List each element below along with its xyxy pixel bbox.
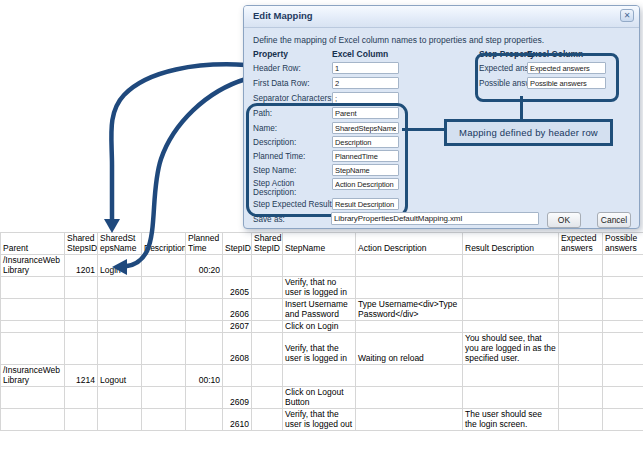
table-cell[interactable] <box>559 277 603 299</box>
table-cell[interactable] <box>186 299 223 321</box>
table-cell[interactable] <box>463 365 559 387</box>
table-cell[interactable] <box>1 387 65 409</box>
step-name-input[interactable] <box>332 164 399 176</box>
path-input[interactable] <box>332 107 399 119</box>
table-cell[interactable] <box>252 277 283 299</box>
name-input[interactable] <box>332 122 399 134</box>
table-cell[interactable]: Verify, that the user is logged in <box>283 333 356 365</box>
table-cell[interactable] <box>186 387 223 409</box>
table-cell[interactable] <box>65 277 98 299</box>
table-cell[interactable]: 2608 <box>223 333 252 365</box>
header-cell[interactable]: StepName <box>283 233 356 255</box>
table-cell[interactable]: Click on Logout Button <box>283 387 356 409</box>
table-cell[interactable] <box>1 277 65 299</box>
table-cell[interactable]: 2609 <box>223 387 252 409</box>
table-cell[interactable] <box>186 277 223 299</box>
table-cell[interactable] <box>283 365 356 387</box>
header-cell[interactable]: Shared StepID <box>252 233 283 255</box>
table-cell[interactable] <box>283 255 356 277</box>
table-cell[interactable] <box>98 299 142 321</box>
first-data-row-input[interactable] <box>332 77 399 89</box>
table-cell[interactable]: Login <box>98 255 142 277</box>
table-cell[interactable] <box>463 255 559 277</box>
table-cell[interactable] <box>603 255 643 277</box>
table-cell[interactable] <box>98 321 142 333</box>
table-cell[interactable] <box>98 387 142 409</box>
table-cell[interactable] <box>252 255 283 277</box>
table-cell[interactable]: Insert Username and Password <box>283 299 356 321</box>
table-cell[interactable]: The user should see the login screen. <box>463 409 559 431</box>
table-cell[interactable] <box>65 299 98 321</box>
table-cell[interactable] <box>252 409 283 431</box>
table-cell[interactable] <box>559 255 603 277</box>
table-cell[interactable] <box>65 321 98 333</box>
table-cell[interactable]: 1214 <box>65 365 98 387</box>
possible-answers-input[interactable] <box>527 77 606 89</box>
table-cell[interactable]: 00:20 <box>186 255 223 277</box>
step-expected-result-input[interactable] <box>332 198 399 210</box>
table-cell[interactable] <box>559 333 603 365</box>
header-cell[interactable]: Action Description <box>356 233 463 255</box>
header-cell[interactable]: Parent <box>1 233 65 255</box>
table-cell[interactable] <box>603 409 643 431</box>
table-cell[interactable] <box>1 333 65 365</box>
header-cell[interactable]: Planned Time <box>186 233 223 255</box>
table-cell[interactable]: Logout <box>98 365 142 387</box>
table-cell[interactable]: 2605 <box>223 277 252 299</box>
table-cell[interactable] <box>603 321 643 333</box>
table-cell[interactable] <box>603 299 643 321</box>
table-cell[interactable] <box>356 255 463 277</box>
header-cell[interactable]: Possible answers <box>603 233 643 255</box>
table-cell[interactable] <box>186 333 223 365</box>
table-cell[interactable] <box>356 277 463 299</box>
table-cell[interactable]: You should see, that you are logged in a… <box>463 333 559 365</box>
table-cell[interactable] <box>559 321 603 333</box>
table-cell[interactable]: 2610 <box>223 409 252 431</box>
table-cell[interactable] <box>603 387 643 409</box>
table-cell[interactable] <box>1 409 65 431</box>
table-cell[interactable] <box>98 277 142 299</box>
table-cell[interactable]: 2607 <box>223 321 252 333</box>
table-cell[interactable]: Verify, that no user is logged in <box>283 277 356 299</box>
table-cell[interactable] <box>603 333 643 365</box>
table-cell[interactable] <box>603 365 643 387</box>
table-cell[interactable] <box>186 409 223 431</box>
table-cell[interactable] <box>1 321 65 333</box>
table-cell[interactable] <box>1 299 65 321</box>
header-row-input[interactable] <box>332 62 399 74</box>
table-cell[interactable] <box>142 365 186 387</box>
table-cell[interactable]: /InsuranceWeb Library <box>1 365 65 387</box>
table-cell[interactable]: Verify, that the user is logged out <box>283 409 356 431</box>
table-cell[interactable] <box>142 387 186 409</box>
description-input[interactable] <box>332 136 399 148</box>
table-cell[interactable] <box>356 409 463 431</box>
table-cell[interactable] <box>65 387 98 409</box>
step-action-description-input[interactable] <box>332 178 399 190</box>
table-cell[interactable] <box>559 299 603 321</box>
table-cell[interactable] <box>65 333 98 365</box>
table-cell[interactable] <box>252 387 283 409</box>
separator-characters-input[interactable] <box>332 92 399 104</box>
header-cell[interactable]: Shared StepsID <box>65 233 98 255</box>
table-cell[interactable]: Waiting on reload <box>356 333 463 365</box>
header-cell[interactable]: Result Description <box>463 233 559 255</box>
table-cell[interactable]: 1201 <box>65 255 98 277</box>
table-cell[interactable] <box>186 321 223 333</box>
table-cell[interactable]: /InsuranceWeb Library <box>1 255 65 277</box>
table-cell[interactable] <box>142 321 186 333</box>
table-cell[interactable] <box>463 321 559 333</box>
table-cell[interactable] <box>142 299 186 321</box>
table-cell[interactable] <box>559 387 603 409</box>
table-cell[interactable] <box>463 387 559 409</box>
table-cell[interactable] <box>98 333 142 365</box>
table-cell[interactable] <box>65 409 98 431</box>
table-cell[interactable]: Type Username<div>Type Password</div> <box>356 299 463 321</box>
table-cell[interactable] <box>463 277 559 299</box>
table-cell[interactable] <box>223 365 252 387</box>
table-cell[interactable] <box>559 365 603 387</box>
save-as-input[interactable] <box>331 212 539 225</box>
table-cell[interactable] <box>223 255 252 277</box>
table-cell[interactable]: 00:10 <box>186 365 223 387</box>
header-cell[interactable]: StepID <box>223 233 252 255</box>
planned-time-input[interactable] <box>332 150 399 162</box>
